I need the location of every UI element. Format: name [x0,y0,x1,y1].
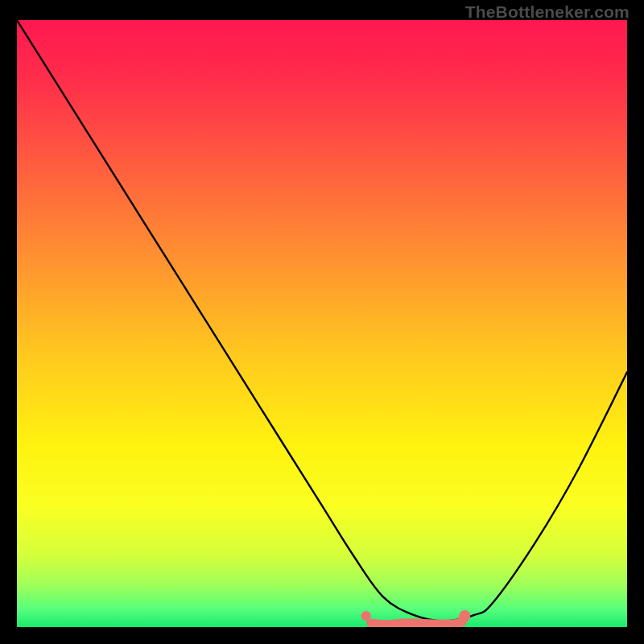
chart-stage: TheBottleneker.com [0,0,644,644]
plateau-start-dot [361,611,371,621]
bottleneck-curve [17,20,627,627]
plateau-end-dot [459,610,470,621]
curve-path [17,20,627,621]
plateau-marker [371,619,464,625]
attribution-label: TheBottleneker.com [465,2,630,22]
plot-area [17,20,627,627]
